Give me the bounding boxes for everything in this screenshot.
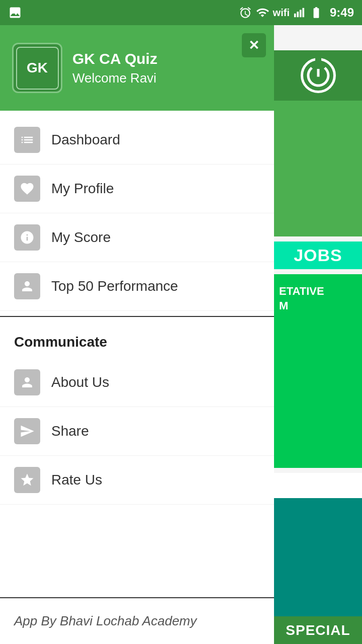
bg-card-white: [274, 473, 362, 498]
share-label: Share: [51, 423, 89, 439]
bg-card-jobs: JOBS: [274, 242, 362, 269]
about-us-label: About Us: [51, 374, 109, 390]
share-icon-wrapper: [14, 418, 40, 444]
battery-icon: [309, 6, 324, 19]
drawer-title: GK CA Quiz Welcome Ravi: [72, 50, 157, 86]
svg-rect-1: [297, 12, 299, 17]
power-icon: [303, 60, 333, 91]
bg-card-lion: [274, 101, 362, 236]
footer-text: App By Bhavi Lochab Academy: [14, 613, 197, 628]
about-us-icon-wrapper: [14, 369, 40, 395]
close-icon: ✕: [248, 39, 259, 52]
person-icon: [20, 279, 35, 294]
nav-item-dashboard[interactable]: Dashboard: [0, 116, 274, 165]
share-icon: [20, 424, 35, 439]
nav-item-rate-us[interactable]: Rate Us: [0, 456, 274, 505]
svg-rect-2: [300, 10, 302, 18]
wifi-icon: [256, 6, 269, 19]
drawer-footer: App By Bhavi Lochab Academy: [0, 597, 274, 644]
my-profile-icon-wrapper: [14, 176, 40, 202]
nav-menu: Dashboard My Profile My Score: [0, 111, 274, 316]
my-score-icon-wrapper: [14, 224, 40, 251]
photo-icon: [8, 6, 22, 20]
alarm-icon: [239, 6, 252, 19]
power-button-area[interactable]: [274, 50, 362, 101]
communicate-section: Communicate About Us Share: [0, 317, 274, 510]
info-icon: [20, 230, 35, 245]
my-score-label: My Score: [51, 229, 111, 246]
nav-item-my-score[interactable]: My Score: [0, 213, 274, 262]
about-person-icon: [20, 375, 35, 390]
navigation-drawer: GK GK CA Quiz Welcome Ravi ✕ Dashboard: [0, 25, 274, 644]
etative-text: ETATIVE M: [279, 284, 324, 313]
close-drawer-button[interactable]: ✕: [242, 33, 266, 57]
status-bar-left: [8, 6, 22, 20]
welcome-text: Welcome Ravi: [72, 70, 157, 86]
time-display: 9:49: [330, 6, 354, 20]
status-bar: wifi 9:49: [0, 0, 362, 25]
top50-label: Top 50 Performance: [51, 278, 178, 294]
dashboard-label: Dashboard: [51, 132, 120, 148]
logo-text: GK: [27, 61, 48, 75]
nav-item-share[interactable]: Share: [0, 407, 274, 456]
status-icons: wifi: [239, 6, 324, 19]
nav-item-my-profile[interactable]: My Profile: [0, 165, 274, 213]
bg-card-graduation: ETATIVE M: [274, 274, 362, 468]
power-button[interactable]: [301, 58, 336, 93]
heart-icon: [20, 181, 35, 196]
rate-us-icon-wrapper: [14, 467, 40, 493]
bg-card-special: SPECIAL: [274, 616, 362, 644]
dashboard-icon-wrapper: [14, 127, 40, 153]
top50-icon-wrapper: [14, 273, 40, 299]
rate-us-label: Rate Us: [51, 472, 102, 488]
network-label: wifi: [273, 7, 290, 19]
app-logo: GK: [12, 43, 62, 93]
nav-item-about-us[interactable]: About Us: [0, 358, 274, 407]
drawer-header: GK GK CA Quiz Welcome Ravi ✕: [0, 25, 274, 111]
list-icon: [20, 132, 35, 147]
communicate-title: Communicate: [0, 322, 274, 358]
nav-item-top50[interactable]: Top 50 Performance: [0, 262, 274, 311]
my-profile-label: My Profile: [51, 181, 114, 197]
logo-inner: GK: [16, 47, 59, 90]
app-name: GK CA Quiz: [72, 50, 157, 67]
signal-icon: [294, 7, 305, 18]
svg-rect-0: [294, 14, 296, 17]
star-icon: [20, 472, 35, 488]
svg-rect-3: [302, 8, 304, 17]
